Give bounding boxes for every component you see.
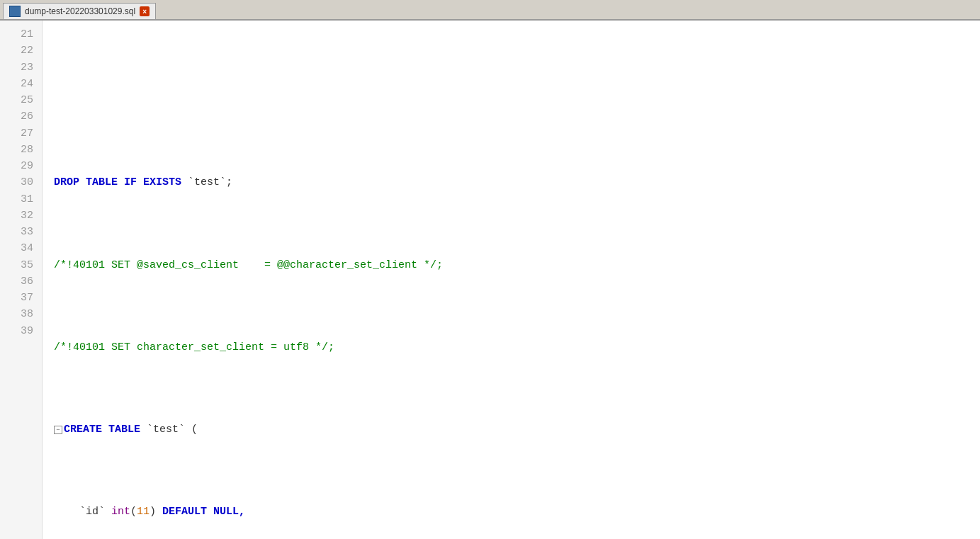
code-line-23: /*!40101 SET @saved_cs_client = @@charac… — [54, 257, 980, 273]
line-number: 26 — [0, 108, 42, 125]
line-number: 25 — [0, 92, 42, 108]
tab-bar: dump-test-202203301029.sql × — [0, 0, 980, 21]
code-line-25: −CREATE TABLE `test` ( — [54, 421, 980, 438]
plain-text: `test`; — [181, 174, 232, 191]
num-11: 11 — [137, 504, 150, 520]
code-area: DROP TABLE IF EXISTS `test`; /*!40101 SE… — [43, 21, 980, 539]
line-number: 38 — [0, 306, 42, 322]
line-number: 39 — [0, 323, 42, 339]
comment-23: /*!40101 SET @saved_cs_client = @@charac… — [54, 257, 443, 273]
line-number: 34 — [0, 240, 42, 256]
kw-if: IF — [124, 174, 143, 191]
line-number: 37 — [0, 290, 42, 306]
tab-filename: dump-test-202203301029.sql — [25, 6, 135, 16]
code-line-24: /*!40101 SET character_set_client = utf8… — [54, 339, 980, 356]
line-number: 23 — [0, 59, 42, 76]
code-line-26: `id` int(11) DEFAULT NULL, — [54, 504, 980, 520]
line-number: 22 — [0, 42, 42, 59]
sql-file-icon — [9, 6, 21, 17]
line-number: 35 — [0, 257, 42, 273]
indent-26: `id` — [54, 504, 111, 520]
plain-25 — [102, 421, 108, 438]
line-numbers: 21 22 23 24 25 26 27 28 29 30 31 32 33 3… — [0, 21, 43, 539]
tab-close-button[interactable]: × — [140, 6, 150, 16]
line-number: 28 — [0, 142, 42, 158]
line-number: 21 — [0, 26, 42, 42]
kw-table-25: TABLE — [108, 421, 140, 438]
plain-25b: `test` ( — [140, 421, 198, 438]
code-line-22: DROP TABLE IF EXISTS `test`; — [54, 174, 980, 191]
kw-drop: DROP — [54, 174, 86, 191]
paren-open: ( — [130, 504, 137, 520]
collapse-btn-25[interactable]: − — [54, 426, 62, 434]
kw-create: CREATE — [64, 421, 102, 438]
file-tab[interactable]: dump-test-202203301029.sql × — [3, 3, 156, 19]
kw-exists: EXISTS — [143, 174, 181, 191]
comment-24: /*!40101 SET character_set_client = utf8… — [54, 339, 334, 356]
line-number: 32 — [0, 208, 42, 224]
line-number: 30 — [0, 174, 42, 191]
line-number: 27 — [0, 125, 42, 142]
line-number: 31 — [0, 191, 42, 208]
code-line-21 — [54, 92, 980, 108]
editor-container: 21 22 23 24 25 26 27 28 29 30 31 32 33 3… — [0, 21, 980, 539]
line-number: 24 — [0, 76, 42, 92]
line-number: 36 — [0, 273, 42, 290]
kw-table: TABLE — [86, 174, 124, 191]
kw-default-26: DEFAULT NULL, — [162, 504, 245, 520]
line-number: 29 — [0, 158, 42, 174]
paren-close: ) — [150, 504, 162, 520]
line-number: 33 — [0, 224, 42, 240]
type-int: int — [111, 504, 130, 520]
